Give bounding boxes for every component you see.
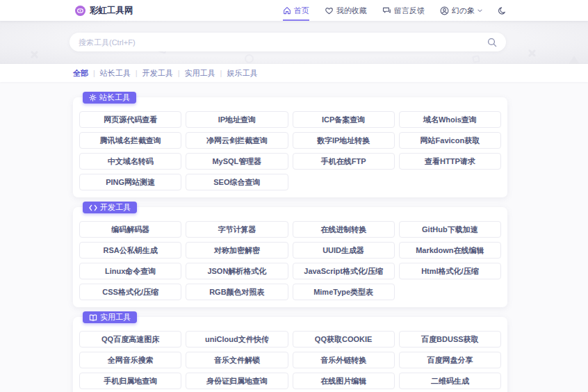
tool-button[interactable]: 全网音乐搜索 <box>79 352 181 368</box>
filter-separator: | <box>178 69 180 77</box>
chat-icon <box>382 6 391 15</box>
tool-button[interactable]: 网站Favicon获取 <box>399 132 501 149</box>
tool-grid: 编码解码器字节计算器在线进制转换GitHub下载加速RSA公私钥生成对称加密解密… <box>79 221 501 300</box>
avatar-icon <box>440 6 449 15</box>
home-icon <box>283 6 291 15</box>
tool-button[interactable]: 域名Whois查询 <box>399 111 501 128</box>
nav-item-label: 我的收藏 <box>336 6 367 16</box>
decor-square-shape <box>472 55 480 63</box>
dark-mode-toggle[interactable] <box>498 6 506 15</box>
filter-webmaster[interactable]: 站长工具 <box>100 68 131 79</box>
gear-icon <box>89 94 97 101</box>
section-badge: 开发工具 <box>83 202 137 213</box>
site-title: 彩虹工具网 <box>90 5 133 17</box>
decor-x-shape <box>527 49 536 58</box>
chevron-down-icon <box>477 9 482 13</box>
tool-button[interactable]: 编码解码器 <box>79 221 181 238</box>
nav-item-feedback[interactable]: 留言反馈 <box>382 0 425 21</box>
moon-icon <box>498 6 506 15</box>
tool-section: 开发工具编码解码器字节计算器在线进制转换GitHub下载加速RSA公私钥生成对称… <box>73 207 507 307</box>
filter-dev[interactable]: 开发工具 <box>142 68 173 79</box>
nav-item-home[interactable]: 首页 <box>283 0 309 21</box>
section-title: 开发工具 <box>100 202 131 213</box>
section-badge: 实用工具 <box>83 311 137 323</box>
search-banner <box>0 21 588 64</box>
tool-section: 实用工具QQ百度高速图床uniCloud文件快传QQ获取COOKIE百度BDUS… <box>73 317 507 392</box>
section-title: 实用工具 <box>100 312 131 322</box>
tool-button[interactable]: Html格式化/压缩 <box>399 263 501 279</box>
tool-button[interactable]: QQ获取COOKIE <box>293 331 395 348</box>
section-title: 站长工具 <box>99 92 130 103</box>
filter-separator: | <box>220 69 222 77</box>
tool-button[interactable]: uniCloud文件快传 <box>186 331 288 348</box>
tool-button[interactable]: JavaScript格式化/压缩 <box>293 263 395 279</box>
search-bar <box>70 33 506 51</box>
tool-button[interactable]: 手机在线FTP <box>293 153 395 170</box>
filter-entertainment[interactable]: 娱乐工具 <box>227 68 257 79</box>
section-badge: 站长工具 <box>83 92 136 104</box>
tool-button[interactable]: MimeType类型表 <box>293 284 395 300</box>
nav-item-label: 首页 <box>294 6 309 16</box>
tool-button[interactable]: 净网云剑拦截查询 <box>186 132 288 149</box>
tool-button[interactable]: CSS格式化/压缩 <box>79 284 181 300</box>
tool-button[interactable]: QQ百度高速图床 <box>79 331 181 348</box>
tool-button[interactable]: ICP备案查询 <box>293 111 395 128</box>
tool-button[interactable]: 二维码生成 <box>399 373 501 389</box>
search-input[interactable] <box>79 38 487 47</box>
sections: 站长工具网页源代码查看IP地址查询ICP备案查询域名Whois查询腾讯域名拦截查… <box>0 97 588 392</box>
search-icon[interactable] <box>487 38 497 47</box>
tool-button[interactable]: PING网站测速 <box>79 174 181 190</box>
tool-button[interactable]: 在线进制转换 <box>293 221 395 238</box>
filter-practical[interactable]: 实用工具 <box>185 68 215 79</box>
header-nav: 首页 我的收藏 留言反馈 <box>283 0 506 21</box>
tool-button[interactable]: 在线图片编辑 <box>293 373 395 389</box>
tool-button[interactable]: 百度BDUSS获取 <box>399 331 501 348</box>
tool-button[interactable]: 对称加密解密 <box>186 242 288 259</box>
tool-button[interactable]: SEO综合查询 <box>186 174 288 190</box>
tool-button[interactable]: 数字IP地址转换 <box>293 132 395 149</box>
logo-icon <box>75 6 85 16</box>
tool-button[interactable]: Markdown在线编辑 <box>399 242 501 259</box>
tool-button[interactable]: 身份证归属地查询 <box>186 373 288 389</box>
username: 幻の象 <box>452 6 475 16</box>
tool-grid: QQ百度高速图床uniCloud文件快传QQ获取COOKIE百度BDUSS获取全… <box>79 331 501 392</box>
tool-button[interactable]: 中文域名转码 <box>79 153 181 170</box>
tool-button[interactable]: RSA公私钥生成 <box>79 242 181 259</box>
nav-item-favorites[interactable]: 我的收藏 <box>325 0 367 21</box>
header: 彩虹工具网 首页 我的收藏 <box>0 0 588 21</box>
tool-button[interactable]: 手机归属地查询 <box>79 373 181 389</box>
nav-item-label: 留言反馈 <box>394 6 425 16</box>
tool-button[interactable]: 百度网盘分享 <box>399 352 501 368</box>
tool-button[interactable]: UUID生成器 <box>293 242 395 259</box>
decor-triangle-shape <box>569 56 580 64</box>
code-icon <box>89 204 97 211</box>
book-icon <box>89 314 97 321</box>
tool-button[interactable]: 音乐外链转换 <box>293 352 395 368</box>
tool-button[interactable]: 音乐文件解锁 <box>186 352 288 368</box>
tool-button[interactable]: RGB颜色对照表 <box>186 284 288 300</box>
tool-button[interactable]: 字节计算器 <box>186 221 288 238</box>
filter-all[interactable]: 全部 <box>73 68 88 79</box>
logo[interactable]: 彩虹工具网 <box>75 5 133 17</box>
tool-button[interactable]: 查看HTTP请求 <box>399 153 501 170</box>
heart-icon <box>325 6 334 15</box>
user-menu[interactable]: 幻の象 <box>440 6 482 16</box>
decor-circle-shape <box>245 54 254 63</box>
tool-button[interactable]: 网页源代码查看 <box>79 111 181 128</box>
tool-button[interactable]: GitHub下载加速 <box>399 221 501 238</box>
tool-button[interactable]: IP地址查询 <box>186 111 288 128</box>
filter-separator: | <box>136 69 138 77</box>
category-filter: 全部 | 站长工具 | 开发工具 | 实用工具 | 娱乐工具 <box>0 64 588 82</box>
tool-grid: 网页源代码查看IP地址查询ICP备案查询域名Whois查询腾讯域名拦截查询净网云… <box>79 111 501 190</box>
filter-separator: | <box>93 69 95 77</box>
tool-section: 站长工具网页源代码查看IP地址查询ICP备案查询域名Whois查询腾讯域名拦截查… <box>73 97 507 197</box>
tool-button[interactable]: MySQL管理器 <box>186 153 288 170</box>
tool-button[interactable]: JSON解析格式化 <box>186 263 288 279</box>
decor-x-shape <box>29 50 38 59</box>
tool-button[interactable]: 腾讯域名拦截查询 <box>79 132 181 149</box>
tool-button[interactable]: Linux命令查询 <box>79 263 181 279</box>
